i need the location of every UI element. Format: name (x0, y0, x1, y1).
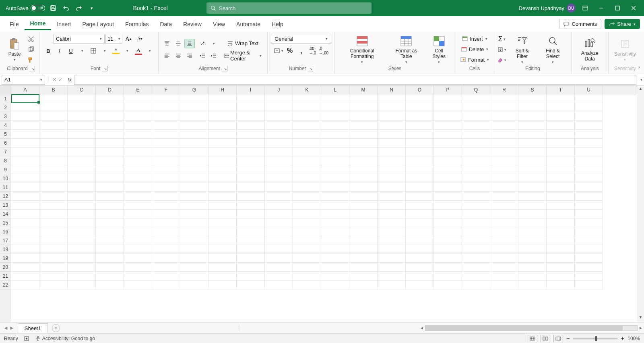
col-header[interactable]: L (321, 85, 349, 94)
cell[interactable] (321, 236, 349, 245)
cell[interactable] (349, 227, 378, 236)
cell[interactable] (575, 254, 603, 263)
sheet-nav-next-icon[interactable]: ► (9, 325, 14, 331)
cell[interactable] (462, 130, 490, 139)
cell-styles-button[interactable]: Cell Styles▾ (427, 34, 452, 64)
cell[interactable] (11, 94, 39, 103)
cell[interactable] (180, 254, 208, 263)
cell[interactable] (39, 245, 68, 254)
cell[interactable] (547, 218, 575, 227)
cell[interactable] (68, 156, 96, 165)
cell[interactable] (11, 174, 39, 183)
cell[interactable] (490, 130, 518, 139)
cell[interactable] (39, 174, 68, 183)
cell[interactable] (11, 254, 39, 263)
cell[interactable] (547, 103, 575, 112)
cell[interactable] (321, 148, 349, 156)
cell[interactable] (490, 165, 518, 174)
zoom-slider[interactable] (573, 338, 617, 339)
scroll-right-icon[interactable]: ► (638, 326, 644, 330)
cell[interactable] (265, 121, 293, 130)
cell[interactable] (434, 156, 462, 165)
cell[interactable] (265, 148, 293, 156)
cell[interactable] (406, 94, 434, 103)
cell[interactable] (180, 139, 208, 148)
cell[interactable] (208, 139, 237, 148)
cell[interactable] (180, 103, 208, 112)
cell[interactable] (152, 94, 180, 103)
cell[interactable] (462, 210, 490, 218)
autosave-toggle[interactable]: AutoSave Off (6, 5, 45, 11)
tab-view[interactable]: View (207, 19, 231, 30)
row-header[interactable]: 2 (0, 103, 11, 112)
cell[interactable] (321, 139, 349, 148)
cell[interactable] (152, 139, 180, 148)
wrap-text-button[interactable]: Wrap Text (221, 39, 264, 48)
comments-button[interactable]: Comments (559, 19, 601, 29)
col-header[interactable]: J (265, 85, 293, 94)
cell[interactable] (349, 281, 378, 289)
cell[interactable] (321, 245, 349, 254)
cell[interactable] (124, 236, 152, 245)
tab-help[interactable]: Help (266, 19, 289, 30)
cell[interactable] (490, 139, 518, 148)
macro-record-icon[interactable] (24, 336, 29, 341)
cell[interactable] (547, 156, 575, 165)
cell[interactable] (96, 148, 124, 156)
cell[interactable] (293, 236, 321, 245)
cell[interactable] (462, 139, 490, 148)
row-header[interactable]: 9 (0, 165, 11, 174)
cell[interactable] (39, 94, 68, 103)
cell[interactable] (349, 254, 378, 263)
merge-center-button[interactable]: Merge & Center ▾ (221, 51, 264, 60)
cell[interactable] (490, 148, 518, 156)
cell[interactable] (237, 103, 265, 112)
cell[interactable] (293, 183, 321, 192)
cell[interactable] (490, 112, 518, 121)
cell[interactable] (490, 94, 518, 103)
cell[interactable] (124, 272, 152, 281)
cell[interactable] (96, 281, 124, 289)
font-name-combo[interactable]: Calibri▾ (53, 34, 105, 44)
cell[interactable] (208, 245, 237, 254)
decrease-indent-icon[interactable] (197, 51, 208, 60)
cell[interactable] (11, 227, 39, 236)
cell[interactable] (68, 263, 96, 272)
orientation-chevron-icon[interactable]: ▾ (208, 39, 219, 48)
zoom-out-icon[interactable]: − (566, 335, 570, 342)
align-right-icon[interactable] (184, 51, 195, 60)
cell[interactable] (406, 245, 434, 254)
cell[interactable] (518, 254, 547, 263)
cell[interactable] (406, 156, 434, 165)
cell[interactable] (265, 227, 293, 236)
alignment-launcher-icon[interactable]: ↘ (222, 66, 227, 71)
cell[interactable] (518, 236, 547, 245)
cell[interactable] (490, 156, 518, 165)
col-header[interactable]: O (406, 85, 434, 94)
cell[interactable] (265, 272, 293, 281)
cell[interactable] (378, 94, 406, 103)
cell[interactable] (349, 139, 378, 148)
fx-icon[interactable]: fx (68, 77, 72, 83)
cell[interactable] (321, 227, 349, 236)
cell[interactable] (124, 121, 152, 130)
cell[interactable] (575, 183, 603, 192)
cell[interactable] (434, 130, 462, 139)
cell[interactable] (293, 94, 321, 103)
cell[interactable] (237, 192, 265, 201)
cell[interactable] (406, 263, 434, 272)
row-header[interactable]: 11 (0, 183, 11, 192)
cell[interactable] (293, 103, 321, 112)
cell[interactable] (349, 263, 378, 272)
cell[interactable] (518, 165, 547, 174)
row-header[interactable]: 3 (0, 112, 11, 121)
cell[interactable] (575, 281, 603, 289)
cell[interactable] (68, 227, 96, 236)
cell[interactable] (237, 272, 265, 281)
cut-icon[interactable] (26, 34, 36, 44)
col-header[interactable]: B (39, 85, 68, 94)
cell[interactable] (237, 245, 265, 254)
cell[interactable] (406, 201, 434, 210)
tab-review[interactable]: Review (178, 19, 207, 30)
cell[interactable] (293, 112, 321, 121)
